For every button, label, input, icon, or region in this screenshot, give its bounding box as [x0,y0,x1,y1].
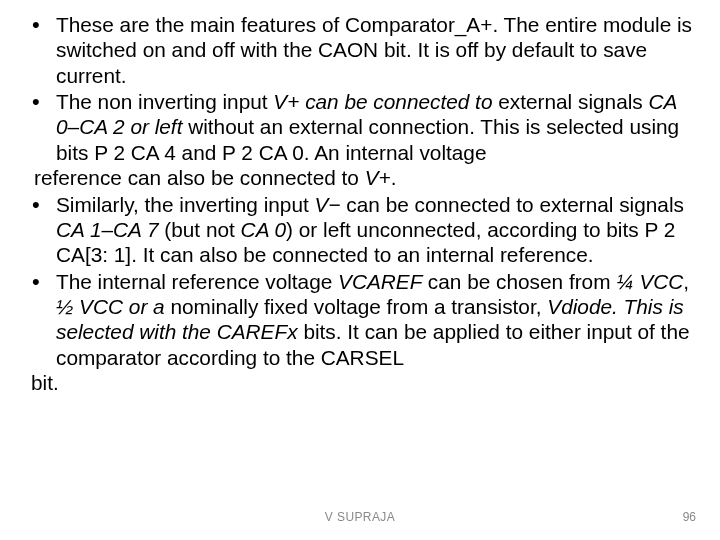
bullet-item-2: The non inverting input V+ can be connec… [28,89,692,190]
bullet-item-4: The internal reference voltage VCAREF ca… [28,269,692,396]
bullet-1-text: These are the main features of Comparato… [56,13,692,87]
footer-page-number: 96 [683,510,696,524]
b4-d: ¼ VCC [616,270,683,293]
b4-e: , [683,270,689,293]
b2-i: V+ [365,166,391,189]
b4-b: VCAREF [338,270,428,293]
b2-h: reference can also be connected to [34,166,365,189]
b2-j: . [391,166,397,189]
b2-c: external signals [498,90,648,113]
b3-b: V− [315,193,347,216]
b3-h: CA 0 [241,218,286,241]
b4-a: The internal reference voltage [56,270,338,293]
b3-e: – [101,218,113,241]
b4-l: bit. [31,370,692,395]
b2-e: – [68,115,80,138]
b3-d: CA 1 [56,218,101,241]
b4-c: can be chosen from [428,270,616,293]
bullet-item-3: Similarly, the inverting input V− can be… [28,192,692,268]
b2-b: V+ can be connected to [273,90,498,113]
b4-j: CAREFx [217,320,304,343]
bullet-list: These are the main features of Comparato… [28,12,692,395]
b4-f: ½ VCC or a [56,295,170,318]
b2-cont: reference can also be connected to V+. [34,165,692,190]
footer-author: V SUPRAJA [0,510,720,524]
b2-f: CA 2 or left [79,115,188,138]
b3-f: CA 7 [113,218,164,241]
b3-a: Similarly, the inverting input [56,193,315,216]
b3-c: can be connected to external signals [346,193,684,216]
b3-g: (but not [164,218,240,241]
bullet-item-1: These are the main features of Comparato… [28,12,692,88]
b4-h: Vdiode [547,295,612,318]
b4-g: nominally fixed voltage from a transisto… [170,295,547,318]
b2-a: The non inverting input [56,90,273,113]
slide: These are the main features of Comparato… [0,0,720,540]
